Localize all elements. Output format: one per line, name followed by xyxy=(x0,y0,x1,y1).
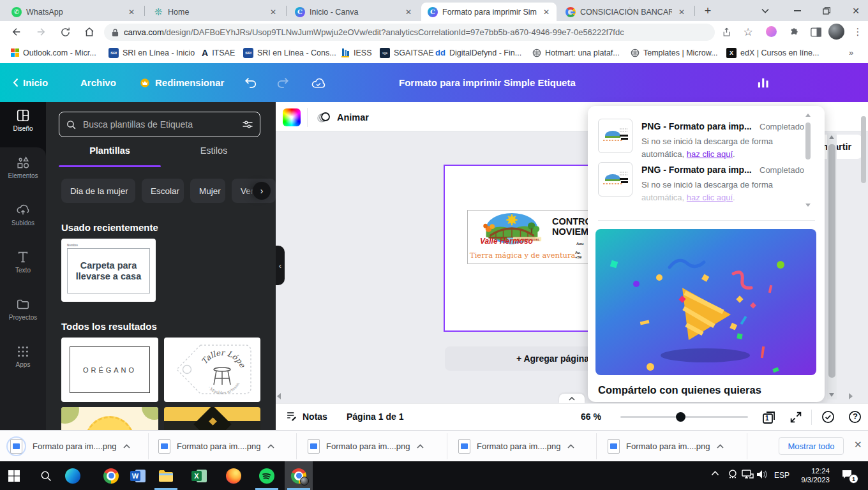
grid-view-button[interactable]: 1 xyxy=(761,409,777,426)
collapse-statusbar-tab[interactable] xyxy=(559,394,585,403)
valle-hermoso-logo[interactable]: GAD PARROQUIAL Valle Hermoso xyxy=(474,212,550,244)
tray-expand-chevron[interactable] xyxy=(711,470,719,476)
label-tagline[interactable]: Tierra mágica y de aventura xyxy=(470,251,591,260)
insights-chart-icon[interactable] xyxy=(757,63,770,102)
show-all-downloads-button[interactable]: Mostrar todo xyxy=(779,437,844,455)
background-color-swatch[interactable] xyxy=(283,108,301,126)
zoom-slider-thumb[interactable] xyxy=(676,412,685,422)
bookmark-edx[interactable]: X edX | Cursos en líne... xyxy=(724,45,821,60)
animate-button[interactable]: Animar xyxy=(317,110,369,125)
panel-collapse-button[interactable]: ‹ xyxy=(276,246,285,285)
template-recent-carpeta[interactable]: Nombre Carpeta para llevarse a casa xyxy=(61,239,156,302)
item-menu-chevron[interactable] xyxy=(717,444,724,449)
tab-canva-inicio[interactable]: C Inicio - Canva ✕ xyxy=(288,3,419,21)
bookmark-digitaldefynd[interactable]: dd DigitalDefynd - Fin... xyxy=(433,45,524,60)
chip-escolar[interactable]: Escolar xyxy=(142,179,184,203)
taskbar-excel-icon[interactable]: X xyxy=(185,461,213,490)
chips-scroll-right-button[interactable]: › xyxy=(253,182,271,200)
scroll-down-arrow[interactable] xyxy=(829,393,834,397)
taskbar-word-icon[interactable]: W xyxy=(124,461,152,490)
scrollbar-thumb[interactable] xyxy=(828,144,835,378)
fullscreen-button[interactable] xyxy=(789,410,803,424)
notes-button[interactable]: Notas xyxy=(285,410,327,422)
scroll-up-arrow[interactable] xyxy=(829,135,834,139)
bookmark-templates[interactable]: Templates | Microw... xyxy=(628,45,720,60)
reload-button[interactable] xyxy=(56,23,74,41)
sidebar-item-text[interactable]: Texto xyxy=(0,250,46,291)
back-to-home-button[interactable]: Inicio xyxy=(13,63,48,102)
file-menu-button[interactable]: Archivo xyxy=(80,63,116,102)
undo-button[interactable] xyxy=(244,63,258,102)
redo-button[interactable] xyxy=(276,63,290,102)
back-button[interactable] xyxy=(8,23,26,41)
template-taller-lopez[interactable]: Taller López · Muebles artesanales · xyxy=(164,338,260,402)
chip-mujer[interactable]: Mujer xyxy=(190,179,225,203)
saved-check-button[interactable] xyxy=(821,410,835,424)
bookmark-hotmart[interactable]: Hotmart: una plataf... xyxy=(530,45,622,60)
share-page-icon[interactable] xyxy=(717,23,735,41)
tab-close-icon[interactable]: ✕ xyxy=(126,7,137,17)
new-tab-button[interactable]: + xyxy=(701,4,715,18)
tab-search-chevron-icon[interactable] xyxy=(757,5,774,17)
bookmark-sri-consultas[interactable]: SRI SRI en Línea - Cons... xyxy=(241,45,339,60)
bookmarks-overflow-chevron[interactable]: » xyxy=(849,48,853,57)
tray-notifications-icon[interactable]: 1 xyxy=(841,468,854,480)
label-heading[interactable]: CONTRO NOVIEM xyxy=(552,216,592,237)
canvas-vertical-scrollbar[interactable] xyxy=(827,133,837,399)
bookmark-star-icon[interactable]: ☆ xyxy=(739,23,757,41)
chip-dia-de-la-mujer[interactable]: Dia de la mujer xyxy=(61,179,135,203)
browser-menu-kebab-icon[interactable]: ⋮ xyxy=(849,23,867,41)
side-panel-icon[interactable] xyxy=(807,23,825,41)
close-shelf-button[interactable]: ✕ xyxy=(854,439,862,450)
bookmark-outlook[interactable]: Outlook.com - Micr... xyxy=(8,45,99,60)
sidebar-item-elements[interactable]: Elementos xyxy=(0,156,46,197)
scroll-left-arrow[interactable] xyxy=(277,393,281,399)
resize-button[interactable]: Redimensionar xyxy=(139,63,224,102)
window-close-button[interactable]: ✕ xyxy=(848,5,864,17)
item-menu-chevron[interactable] xyxy=(267,444,274,449)
tab-home[interactable]: ❊ Home ✕ xyxy=(147,3,283,21)
item-menu-chevron[interactable] xyxy=(567,444,574,449)
tray-language[interactable]: ESP xyxy=(774,471,789,480)
taskbar-spotify-icon[interactable] xyxy=(253,461,281,490)
shelf-download-item[interactable]: Formato para im....png xyxy=(158,436,274,457)
address-bar[interactable]: canva.com/design/DAFBoEYhJRs/Usop9TLNwJu… xyxy=(104,24,715,41)
extension-pink-icon[interactable] xyxy=(766,26,777,37)
shelf-download-item[interactable]: Formato para im....png xyxy=(458,436,574,457)
page-scrollbar-thumb[interactable] xyxy=(861,116,866,183)
tab-canva-design-active[interactable]: C Formato para imprimir Simpl ✕ xyxy=(421,3,557,21)
search-input[interactable] xyxy=(82,119,237,130)
design-title[interactable]: Formato para imprimir Simple Etiqueta xyxy=(399,77,576,88)
template-ojo-dulce[interactable]: Ojo Dulce xyxy=(61,407,158,430)
taskbar-firefox-icon[interactable] xyxy=(220,461,248,490)
item-menu-chevron[interactable] xyxy=(123,444,130,449)
taskbar-edge-icon[interactable] xyxy=(59,461,87,490)
sidebar-item-projects[interactable]: Proyectos xyxy=(0,297,46,338)
bookmark-itsae[interactable]: A ITSAE xyxy=(199,45,237,60)
template-dark-diamond[interactable] xyxy=(164,407,260,430)
download-list-scrollbar[interactable] xyxy=(805,114,811,207)
bookmark-sgaitsae[interactable]: sga SGAITSAE xyxy=(377,45,437,60)
scrollbar-thumb[interactable] xyxy=(805,122,811,160)
tab-plantillas[interactable]: Plantillas xyxy=(59,145,161,156)
start-button[interactable] xyxy=(0,461,28,490)
tab-close-icon[interactable]: ✕ xyxy=(403,7,414,17)
shelf-download-item[interactable]: Formato para im....png xyxy=(6,436,130,457)
tab-estilos[interactable]: Estilos xyxy=(163,145,265,156)
taskbar-chrome-active-icon[interactable] xyxy=(285,461,313,490)
bookmark-sri-inicio[interactable]: SRI SRI en Línea - Inicio xyxy=(106,45,197,60)
tray-clock[interactable]: 12:24 9/3/2023 xyxy=(798,466,830,484)
taskbar-explorer-icon[interactable] xyxy=(152,461,180,490)
download-thumbnail[interactable] xyxy=(598,119,632,153)
filter-icon[interactable] xyxy=(242,119,253,130)
sidebar-item-uploads[interactable]: Subidos xyxy=(0,203,46,244)
taskbar-chrome-icon[interactable] xyxy=(97,461,125,490)
home-button[interactable] xyxy=(80,23,98,41)
tray-app-icon[interactable] xyxy=(727,468,738,480)
tab-close-icon[interactable]: ✕ xyxy=(268,7,278,17)
tab-google-doc[interactable]: CONSICIACIÓN BANCARIA - ✕ xyxy=(559,3,692,21)
shelf-download-item[interactable]: Formato para im....png xyxy=(308,436,424,457)
tray-network-icon[interactable] xyxy=(741,469,754,480)
shelf-download-item[interactable]: Formato para im....png xyxy=(608,436,724,457)
tab-whatsapp[interactable]: ✆ WhatsApp ✕ xyxy=(5,3,142,21)
